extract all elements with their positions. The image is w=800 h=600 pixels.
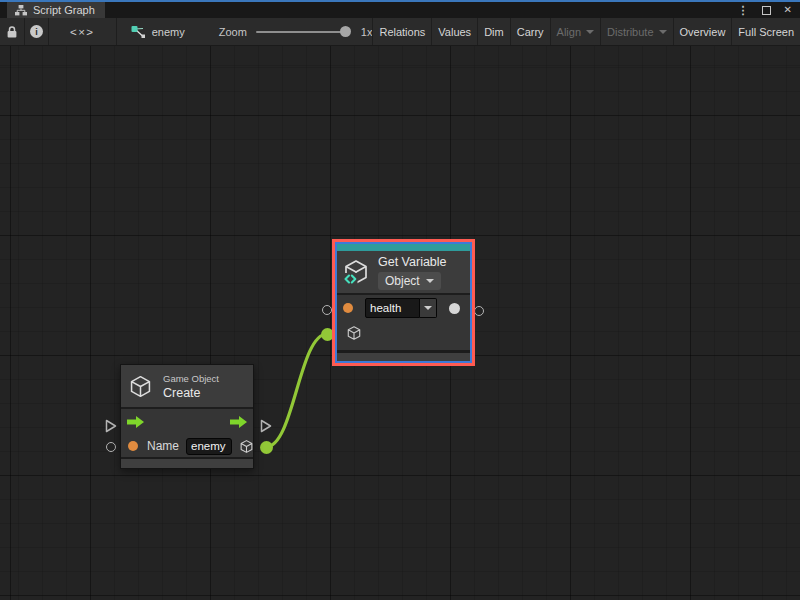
window-controls: ⋮ ✕ [738,2,792,18]
zoom-value: 1x [361,26,373,38]
object-port-cube-icon[interactable] [346,325,362,341]
zoom-label: Zoom [219,26,247,38]
node-subtitle: Game Object [163,373,219,384]
variables-icon: <×> [70,26,95,38]
variable-scope-dropdown[interactable]: Object [378,272,441,290]
variable-cube-code-icon [342,258,370,286]
variable-name-input[interactable] [365,298,420,318]
string-port-icon[interactable] [343,303,353,313]
name-port-label: Name [147,439,179,453]
chevron-down-icon [586,30,594,34]
tab-title: Script Graph [33,4,95,16]
create-flow-row [121,409,253,435]
zoom-control: Zoom 1x [219,18,373,45]
info-icon: i [30,25,43,38]
graph-node-icon [131,25,146,39]
string-port-icon[interactable] [128,441,138,451]
create-name-row: Name [121,435,253,457]
get-variable-footer [337,350,470,361]
window-focus-accent-line [0,0,800,2]
lock-icon [6,25,18,39]
name-value-input[interactable] [186,438,232,455]
overview-button[interactable]: Overview [673,18,732,45]
gameobject-out-port[interactable] [239,439,254,454]
script-graph-window: Script Graph ⋮ ✕ i <×> e [0,0,800,600]
tab-bar: Script Graph ⋮ ✕ [0,2,800,18]
variable-node-color-strip [337,244,470,251]
getvariable-name-in-stub[interactable] [322,305,332,315]
create-flow-out-stub[interactable] [260,419,272,433]
align-dropdown-button: Align [550,18,600,45]
chevron-down-icon [426,279,434,283]
get-variable-header: Get Variable Object [337,251,470,295]
create-node-header: Game Object Create [121,365,253,409]
graph-inspector-button[interactable]: i [25,18,49,45]
create-node-footer [121,457,253,468]
window-menu-icon[interactable]: ⋮ [738,5,749,16]
getvariable-value-out-stub[interactable] [474,306,484,316]
variables-blackboard-button[interactable]: <×> [49,18,117,45]
selection-outline: Get Variable Object [332,239,475,366]
chevron-down-icon [659,30,667,34]
distribute-dropdown-button: Distribute [600,18,672,45]
toolbar-menu: Relations Values Dim Carry Align Distrib… [372,18,800,45]
full-screen-button[interactable]: Full Screen [731,18,800,45]
create-name-in-stub[interactable] [106,442,116,452]
lock-button[interactable] [0,18,25,45]
flow-in-arrow-icon[interactable] [127,416,144,428]
node-get-variable[interactable]: Get Variable Object [337,244,470,361]
node-game-object-create[interactable]: Game Object Create Name [120,364,254,469]
object-input-row [337,321,470,345]
relations-button[interactable]: Relations [372,18,431,45]
create-flow-in-stub[interactable] [105,419,117,433]
carry-button[interactable]: Carry [510,18,550,45]
value-out-port-icon[interactable] [449,303,460,314]
window-maximize-icon[interactable] [762,6,771,15]
chevron-down-icon [424,306,432,310]
flow-out-arrow-icon[interactable] [230,416,247,428]
variable-name-row [337,295,470,321]
create-gameobject-out-stub-connected[interactable] [260,441,273,454]
window-close-icon[interactable]: ✕ [784,5,792,15]
gameobject-port-cube-icon [239,439,254,454]
tab-script-graph[interactable]: Script Graph [7,2,105,18]
zoom-slider-handle[interactable] [340,26,351,37]
game-object-cube-icon [128,374,153,399]
variable-picker-button[interactable] [420,298,437,318]
dim-button[interactable]: Dim [477,18,510,45]
graph-breadcrumb[interactable]: enemy [117,18,185,45]
zoom-slider[interactable] [256,31,349,33]
script-graph-icon [15,5,27,16]
node-title: Create [163,386,219,400]
breadcrumb-graph-name: enemy [152,26,185,38]
graph-toolbar: i <×> enemy Zoom 1x Relations Values Dim [0,18,800,46]
node-title: Get Variable [378,255,447,269]
values-button[interactable]: Values [431,18,477,45]
